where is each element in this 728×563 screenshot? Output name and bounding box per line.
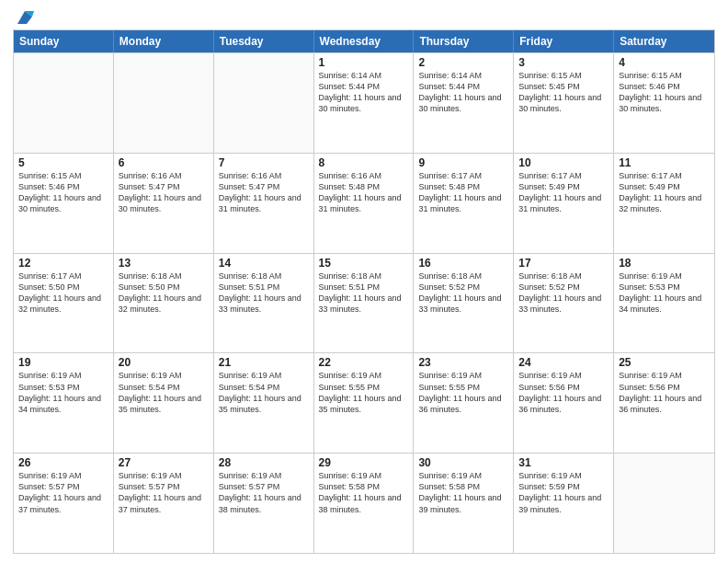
- calendar-cell: 20Sunrise: 6:19 AMSunset: 5:54 PMDayligh…: [114, 353, 214, 453]
- day-info: Sunrise: 6:17 AMSunset: 5:48 PMDaylight:…: [418, 170, 508, 215]
- calendar-cell: 17Sunrise: 6:18 AMSunset: 5:52 PMDayligh…: [514, 254, 614, 353]
- day-info: Sunrise: 6:18 AMSunset: 5:52 PMDaylight:…: [418, 270, 508, 316]
- day-number: 23: [418, 356, 508, 369]
- calendar-cell: 16Sunrise: 6:18 AMSunset: 5:52 PMDayligh…: [414, 254, 514, 353]
- calendar-body: 1Sunrise: 6:14 AMSunset: 5:44 PMDaylight…: [14, 52, 714, 553]
- day-number: 7: [219, 156, 309, 169]
- calendar-header-row: SundayMondayTuesdayWednesdayThursdayFrid…: [14, 30, 714, 52]
- calendar-cell: 31Sunrise: 6:19 AMSunset: 5:59 PMDayligh…: [514, 454, 614, 553]
- day-number: 15: [319, 257, 409, 270]
- day-info: Sunrise: 6:17 AMSunset: 5:49 PMDaylight:…: [619, 170, 710, 215]
- day-info: Sunrise: 6:18 AMSunset: 5:51 PMDaylight:…: [319, 270, 409, 316]
- day-number: 24: [518, 356, 609, 369]
- calendar-cell: 2Sunrise: 6:14 AMSunset: 5:44 PMDaylight…: [414, 53, 514, 153]
- page: SundayMondayTuesdayWednesdayThursdayFrid…: [0, 0, 728, 563]
- day-info: Sunrise: 6:19 AMSunset: 5:55 PMDaylight:…: [319, 370, 409, 415]
- day-info: Sunrise: 6:15 AMSunset: 5:46 PMDaylight:…: [18, 170, 108, 215]
- day-number: 3: [518, 56, 609, 69]
- calendar-cell: 10Sunrise: 6:17 AMSunset: 5:49 PMDayligh…: [514, 154, 614, 253]
- header: [13, 9, 715, 22]
- day-info: Sunrise: 6:19 AMSunset: 5:57 PMDaylight:…: [219, 470, 309, 515]
- day-number: 5: [18, 156, 108, 169]
- day-info: Sunrise: 6:19 AMSunset: 5:56 PMDaylight:…: [518, 370, 609, 415]
- day-info: Sunrise: 6:19 AMSunset: 5:59 PMDaylight:…: [518, 470, 609, 515]
- calendar-cell: 30Sunrise: 6:19 AMSunset: 5:58 PMDayligh…: [414, 454, 514, 553]
- day-info: Sunrise: 6:19 AMSunset: 5:55 PMDaylight:…: [418, 370, 508, 415]
- calendar-cell: [14, 53, 114, 153]
- day-info: Sunrise: 6:19 AMSunset: 5:53 PMDaylight:…: [619, 270, 710, 316]
- day-number: 18: [619, 257, 710, 270]
- day-number: 8: [319, 156, 409, 169]
- day-info: Sunrise: 6:19 AMSunset: 5:53 PMDaylight:…: [18, 370, 108, 415]
- calendar-cell: 22Sunrise: 6:19 AMSunset: 5:55 PMDayligh…: [314, 353, 415, 453]
- day-info: Sunrise: 6:16 AMSunset: 5:47 PMDaylight:…: [119, 170, 209, 215]
- calendar-cell: 9Sunrise: 6:17 AMSunset: 5:48 PMDaylight…: [414, 154, 514, 253]
- day-info: Sunrise: 6:19 AMSunset: 5:54 PMDaylight:…: [119, 370, 209, 415]
- calendar-cell: 27Sunrise: 6:19 AMSunset: 5:57 PMDayligh…: [114, 454, 214, 553]
- day-number: 14: [219, 257, 309, 270]
- day-info: Sunrise: 6:16 AMSunset: 5:48 PMDaylight:…: [319, 170, 409, 215]
- calendar-cell: [214, 53, 314, 153]
- day-number: 1: [319, 56, 409, 69]
- day-number: 19: [18, 356, 108, 369]
- day-info: Sunrise: 6:19 AMSunset: 5:58 PMDaylight:…: [319, 470, 409, 515]
- day-number: 4: [619, 56, 710, 69]
- calendar-cell: 21Sunrise: 6:19 AMSunset: 5:54 PMDayligh…: [214, 353, 314, 453]
- calendar-cell: 6Sunrise: 6:16 AMSunset: 5:47 PMDaylight…: [114, 154, 214, 253]
- calendar-cell: 19Sunrise: 6:19 AMSunset: 5:53 PMDayligh…: [14, 353, 114, 453]
- calendar: SundayMondayTuesdayWednesdayThursdayFrid…: [13, 29, 715, 554]
- day-number: 12: [18, 257, 108, 270]
- calendar-cell: 12Sunrise: 6:17 AMSunset: 5:50 PMDayligh…: [14, 254, 114, 353]
- day-number: 6: [119, 156, 209, 169]
- calendar-cell: 11Sunrise: 6:17 AMSunset: 5:49 PMDayligh…: [614, 154, 714, 253]
- day-info: Sunrise: 6:18 AMSunset: 5:50 PMDaylight:…: [119, 270, 209, 316]
- calendar-cell: 29Sunrise: 6:19 AMSunset: 5:58 PMDayligh…: [314, 454, 415, 553]
- day-number: 22: [319, 356, 409, 369]
- day-info: Sunrise: 6:19 AMSunset: 5:56 PMDaylight:…: [619, 370, 710, 415]
- logo: [13, 9, 35, 22]
- calendar-cell: 24Sunrise: 6:19 AMSunset: 5:56 PMDayligh…: [514, 353, 614, 453]
- calendar-row: 12Sunrise: 6:17 AMSunset: 5:50 PMDayligh…: [14, 253, 714, 353]
- day-info: Sunrise: 6:17 AMSunset: 5:49 PMDaylight:…: [518, 170, 609, 215]
- calendar-header-cell: Wednesday: [314, 30, 415, 52]
- calendar-cell: 23Sunrise: 6:19 AMSunset: 5:55 PMDayligh…: [414, 353, 514, 453]
- day-info: Sunrise: 6:18 AMSunset: 5:52 PMDaylight:…: [518, 270, 609, 316]
- calendar-header-cell: Saturday: [614, 30, 714, 52]
- calendar-cell: 1Sunrise: 6:14 AMSunset: 5:44 PMDaylight…: [314, 53, 415, 153]
- calendar-cell: 7Sunrise: 6:16 AMSunset: 5:47 PMDaylight…: [214, 154, 314, 253]
- day-number: 27: [119, 456, 209, 469]
- calendar-cell: 13Sunrise: 6:18 AMSunset: 5:50 PMDayligh…: [114, 254, 214, 353]
- calendar-header-cell: Tuesday: [214, 30, 314, 52]
- day-number: 28: [219, 456, 309, 469]
- day-info: Sunrise: 6:19 AMSunset: 5:57 PMDaylight:…: [18, 470, 108, 515]
- calendar-header-cell: Sunday: [14, 30, 114, 52]
- day-number: 16: [418, 257, 508, 270]
- day-info: Sunrise: 6:15 AMSunset: 5:45 PMDaylight:…: [518, 70, 609, 115]
- calendar-row: 19Sunrise: 6:19 AMSunset: 5:53 PMDayligh…: [14, 352, 714, 453]
- day-info: Sunrise: 6:14 AMSunset: 5:44 PMDaylight:…: [418, 70, 508, 115]
- day-number: 9: [418, 156, 508, 169]
- calendar-cell: 18Sunrise: 6:19 AMSunset: 5:53 PMDayligh…: [614, 254, 714, 353]
- day-info: Sunrise: 6:14 AMSunset: 5:44 PMDaylight:…: [319, 70, 409, 115]
- day-info: Sunrise: 6:18 AMSunset: 5:51 PMDaylight:…: [219, 270, 309, 316]
- calendar-header-cell: Thursday: [414, 30, 514, 52]
- day-info: Sunrise: 6:19 AMSunset: 5:58 PMDaylight:…: [418, 470, 508, 515]
- logo-icon: [14, 9, 34, 26]
- day-number: 2: [418, 56, 508, 69]
- day-number: 30: [418, 456, 508, 469]
- calendar-row: 26Sunrise: 6:19 AMSunset: 5:57 PMDayligh…: [14, 453, 714, 553]
- calendar-cell: 4Sunrise: 6:15 AMSunset: 5:46 PMDaylight…: [614, 53, 714, 153]
- calendar-header-cell: Monday: [114, 30, 214, 52]
- day-number: 11: [619, 156, 710, 169]
- calendar-cell: 5Sunrise: 6:15 AMSunset: 5:46 PMDaylight…: [14, 154, 114, 253]
- day-info: Sunrise: 6:19 AMSunset: 5:57 PMDaylight:…: [119, 470, 209, 515]
- calendar-cell: [614, 454, 714, 553]
- calendar-cell: 3Sunrise: 6:15 AMSunset: 5:45 PMDaylight…: [514, 53, 614, 153]
- day-number: 17: [518, 257, 609, 270]
- day-number: 26: [18, 456, 108, 469]
- calendar-cell: 28Sunrise: 6:19 AMSunset: 5:57 PMDayligh…: [214, 454, 314, 553]
- calendar-cell: [114, 53, 214, 153]
- day-info: Sunrise: 6:15 AMSunset: 5:46 PMDaylight:…: [619, 70, 710, 115]
- day-info: Sunrise: 6:17 AMSunset: 5:50 PMDaylight:…: [18, 270, 108, 316]
- calendar-header-cell: Friday: [514, 30, 614, 52]
